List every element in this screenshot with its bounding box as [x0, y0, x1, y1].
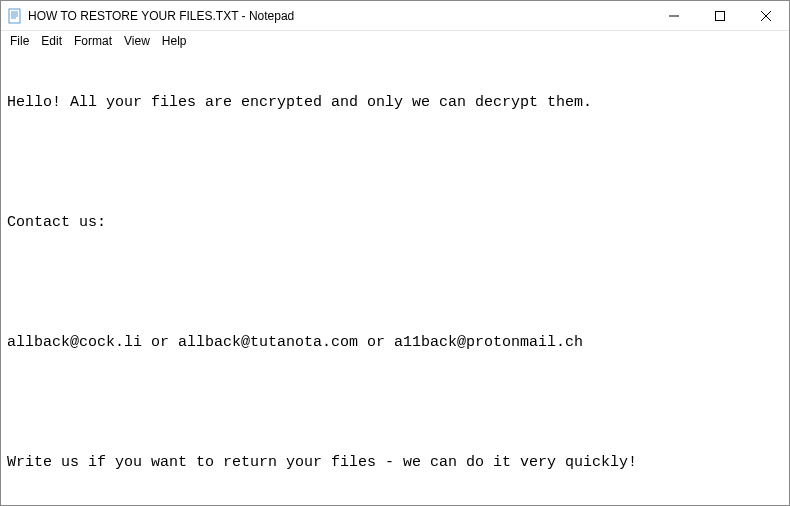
menu-file[interactable]: File	[5, 32, 34, 50]
text-line: Write us if you want to return your file…	[7, 453, 783, 473]
text-line	[7, 393, 783, 413]
window-title: HOW TO RESTORE YOUR FILES.TXT - Notepad	[28, 9, 651, 23]
svg-rect-6	[716, 11, 725, 20]
notepad-window: HOW TO RESTORE YOUR FILES.TXT - Notepad …	[0, 0, 790, 506]
text-line	[7, 273, 783, 293]
menu-edit[interactable]: Edit	[36, 32, 67, 50]
text-line: Hello! All your files are encrypted and …	[7, 93, 783, 113]
text-area[interactable]: Hello! All your files are encrypted and …	[1, 51, 789, 505]
menubar: File Edit Format View Help	[1, 31, 789, 51]
maximize-button[interactable]	[697, 1, 743, 30]
close-button[interactable]	[743, 1, 789, 30]
notepad-icon	[7, 8, 23, 24]
text-line: allback@cock.li or allback@tutanota.com …	[7, 333, 783, 353]
titlebar: HOW TO RESTORE YOUR FILES.TXT - Notepad	[1, 1, 789, 31]
menu-format[interactable]: Format	[69, 32, 117, 50]
text-line	[7, 153, 783, 173]
window-controls	[651, 1, 789, 30]
text-line: Contact us:	[7, 213, 783, 233]
menu-help[interactable]: Help	[157, 32, 192, 50]
minimize-button[interactable]	[651, 1, 697, 30]
menu-view[interactable]: View	[119, 32, 155, 50]
